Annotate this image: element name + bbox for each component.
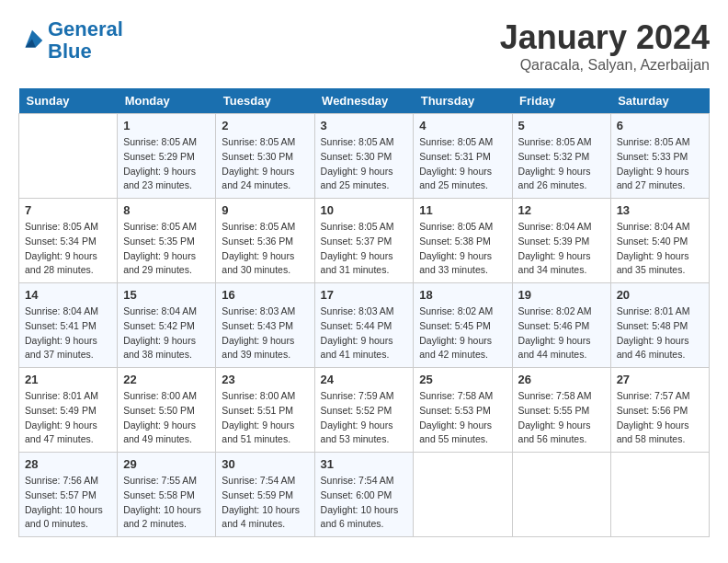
- day-info: Sunrise: 8:05 AMSunset: 5:30 PMDaylight:…: [321, 135, 408, 193]
- calendar-cell: 24Sunrise: 7:59 AMSunset: 5:52 PMDayligh…: [314, 368, 414, 453]
- calendar-cell: 19Sunrise: 8:02 AMSunset: 5:46 PMDayligh…: [512, 283, 610, 368]
- weekday-header: Tuesday: [216, 88, 314, 114]
- calendar-week-row: 21Sunrise: 8:01 AMSunset: 5:49 PMDayligh…: [19, 368, 710, 453]
- day-number: 29: [123, 457, 210, 471]
- calendar-cell: 5Sunrise: 8:05 AMSunset: 5:32 PMDaylight…: [512, 114, 610, 199]
- calendar-cell: 14Sunrise: 8:04 AMSunset: 5:41 PMDayligh…: [19, 283, 118, 368]
- day-number: 31: [321, 457, 408, 471]
- calendar-cell: 25Sunrise: 7:58 AMSunset: 5:53 PMDayligh…: [414, 368, 512, 453]
- day-number: 20: [617, 288, 703, 302]
- day-number: 4: [419, 119, 506, 132]
- location: Qaracala, Salyan, Azerbaijan: [500, 57, 710, 74]
- day-info: Sunrise: 7:59 AMSunset: 5:52 PMDaylight:…: [321, 389, 408, 447]
- day-info: Sunrise: 8:05 AMSunset: 5:38 PMDaylight:…: [419, 220, 506, 278]
- day-number: 11: [419, 203, 506, 217]
- day-number: 2: [222, 119, 308, 132]
- calendar-week-row: 28Sunrise: 7:56 AMSunset: 5:57 PMDayligh…: [19, 453, 710, 537]
- day-number: 17: [321, 288, 408, 302]
- day-info: Sunrise: 7:55 AMSunset: 5:58 PMDaylight:…: [123, 474, 210, 532]
- weekday-header: Friday: [512, 88, 610, 114]
- day-number: 25: [419, 373, 506, 386]
- day-info: Sunrise: 8:05 AMSunset: 5:34 PMDaylight:…: [25, 220, 111, 278]
- calendar-cell: 21Sunrise: 8:01 AMSunset: 5:49 PMDayligh…: [19, 368, 118, 453]
- calendar-week-row: 14Sunrise: 8:04 AMSunset: 5:41 PMDayligh…: [19, 283, 710, 368]
- day-info: Sunrise: 8:05 AMSunset: 5:37 PMDaylight:…: [321, 220, 408, 278]
- day-info: Sunrise: 8:02 AMSunset: 5:45 PMDaylight:…: [419, 304, 506, 362]
- day-number: 1: [123, 119, 210, 132]
- day-info: Sunrise: 8:05 AMSunset: 5:31 PMDaylight:…: [419, 135, 506, 193]
- weekday-header: Monday: [118, 88, 216, 114]
- calendar-cell: 10Sunrise: 8:05 AMSunset: 5:37 PMDayligh…: [314, 199, 414, 283]
- calendar-cell: 20Sunrise: 8:01 AMSunset: 5:48 PMDayligh…: [610, 283, 709, 368]
- day-info: Sunrise: 8:05 AMSunset: 5:35 PMDaylight:…: [123, 220, 210, 278]
- weekday-header: Wednesday: [314, 88, 414, 114]
- day-number: 7: [25, 203, 111, 217]
- day-info: Sunrise: 8:03 AMSunset: 5:44 PMDaylight:…: [321, 304, 408, 362]
- calendar-cell: 28Sunrise: 7:56 AMSunset: 5:57 PMDayligh…: [19, 453, 118, 537]
- day-info: Sunrise: 8:00 AMSunset: 5:50 PMDaylight:…: [123, 389, 210, 447]
- header-row: SundayMondayTuesdayWednesdayThursdayFrid…: [19, 88, 710, 114]
- calendar-cell: [414, 453, 512, 537]
- day-info: Sunrise: 8:05 AMSunset: 5:30 PMDaylight:…: [222, 135, 308, 193]
- calendar-cell: 9Sunrise: 8:05 AMSunset: 5:36 PMDaylight…: [216, 199, 314, 283]
- day-info: Sunrise: 8:04 AMSunset: 5:41 PMDaylight:…: [25, 304, 111, 362]
- calendar-cell: 3Sunrise: 8:05 AMSunset: 5:30 PMDaylight…: [314, 114, 414, 199]
- calendar-cell: 13Sunrise: 8:04 AMSunset: 5:40 PMDayligh…: [610, 199, 709, 283]
- calendar-week-row: 1Sunrise: 8:05 AMSunset: 5:29 PMDaylight…: [19, 114, 710, 199]
- day-info: Sunrise: 7:54 AMSunset: 6:00 PMDaylight:…: [321, 474, 408, 532]
- logo: General Blue: [18, 18, 123, 63]
- day-number: 28: [25, 457, 111, 471]
- day-info: Sunrise: 8:04 AMSunset: 5:39 PMDaylight:…: [518, 220, 605, 278]
- day-number: 22: [123, 373, 210, 386]
- logo-icon: [18, 27, 46, 54]
- day-number: 8: [123, 203, 210, 217]
- day-number: 12: [518, 203, 605, 217]
- calendar-cell: 30Sunrise: 7:54 AMSunset: 5:59 PMDayligh…: [216, 453, 314, 537]
- calendar-cell: 31Sunrise: 7:54 AMSunset: 6:00 PMDayligh…: [314, 453, 414, 537]
- day-number: 16: [222, 288, 308, 302]
- day-info: Sunrise: 8:05 AMSunset: 5:32 PMDaylight:…: [518, 135, 605, 193]
- day-number: 3: [321, 119, 408, 132]
- calendar-cell: 27Sunrise: 7:57 AMSunset: 5:56 PMDayligh…: [610, 368, 709, 453]
- day-number: 27: [617, 373, 703, 386]
- day-number: 5: [518, 119, 605, 132]
- day-info: Sunrise: 8:05 AMSunset: 5:36 PMDaylight:…: [222, 220, 308, 278]
- day-info: Sunrise: 8:00 AMSunset: 5:51 PMDaylight:…: [222, 389, 308, 447]
- logo-text: General Blue: [48, 18, 123, 63]
- calendar-cell: 11Sunrise: 8:05 AMSunset: 5:38 PMDayligh…: [414, 199, 512, 283]
- day-number: 14: [25, 288, 111, 302]
- day-number: 13: [617, 203, 703, 217]
- calendar-cell: 17Sunrise: 8:03 AMSunset: 5:44 PMDayligh…: [314, 283, 414, 368]
- calendar-cell: 4Sunrise: 8:05 AMSunset: 5:31 PMDaylight…: [414, 114, 512, 199]
- calendar-week-row: 7Sunrise: 8:05 AMSunset: 5:34 PMDaylight…: [19, 199, 710, 283]
- day-info: Sunrise: 8:01 AMSunset: 5:48 PMDaylight:…: [617, 304, 703, 362]
- day-number: 6: [617, 119, 703, 132]
- day-number: 9: [222, 203, 308, 217]
- calendar-cell: [512, 453, 610, 537]
- day-info: Sunrise: 8:05 AMSunset: 5:33 PMDaylight:…: [617, 135, 703, 193]
- calendar-cell: 6Sunrise: 8:05 AMSunset: 5:33 PMDaylight…: [610, 114, 709, 199]
- calendar-cell: 23Sunrise: 8:00 AMSunset: 5:51 PMDayligh…: [216, 368, 314, 453]
- calendar-cell: 8Sunrise: 8:05 AMSunset: 5:35 PMDaylight…: [118, 199, 216, 283]
- day-number: 30: [222, 457, 308, 471]
- day-number: 10: [321, 203, 408, 217]
- day-info: Sunrise: 7:58 AMSunset: 5:55 PMDaylight:…: [518, 389, 605, 447]
- calendar-cell: [610, 453, 709, 537]
- day-number: 24: [321, 373, 408, 386]
- calendar-cell: 1Sunrise: 8:05 AMSunset: 5:29 PMDaylight…: [118, 114, 216, 199]
- calendar-cell: 26Sunrise: 7:58 AMSunset: 5:55 PMDayligh…: [512, 368, 610, 453]
- weekday-header: Sunday: [19, 88, 118, 114]
- calendar-cell: 29Sunrise: 7:55 AMSunset: 5:58 PMDayligh…: [118, 453, 216, 537]
- day-info: Sunrise: 7:57 AMSunset: 5:56 PMDaylight:…: [617, 389, 703, 447]
- calendar-cell: 15Sunrise: 8:04 AMSunset: 5:42 PMDayligh…: [118, 283, 216, 368]
- calendar-cell: 7Sunrise: 8:05 AMSunset: 5:34 PMDaylight…: [19, 199, 118, 283]
- day-info: Sunrise: 7:58 AMSunset: 5:53 PMDaylight:…: [419, 389, 506, 447]
- day-number: 23: [222, 373, 308, 386]
- calendar-cell: [19, 114, 118, 199]
- day-info: Sunrise: 7:54 AMSunset: 5:59 PMDaylight:…: [222, 474, 308, 532]
- calendar-cell: 18Sunrise: 8:02 AMSunset: 5:45 PMDayligh…: [414, 283, 512, 368]
- calendar-cell: 2Sunrise: 8:05 AMSunset: 5:30 PMDaylight…: [216, 114, 314, 199]
- day-info: Sunrise: 8:03 AMSunset: 5:43 PMDaylight:…: [222, 304, 308, 362]
- day-info: Sunrise: 7:56 AMSunset: 5:57 PMDaylight:…: [25, 474, 111, 532]
- calendar-table: SundayMondayTuesdayWednesdayThursdayFrid…: [18, 88, 710, 537]
